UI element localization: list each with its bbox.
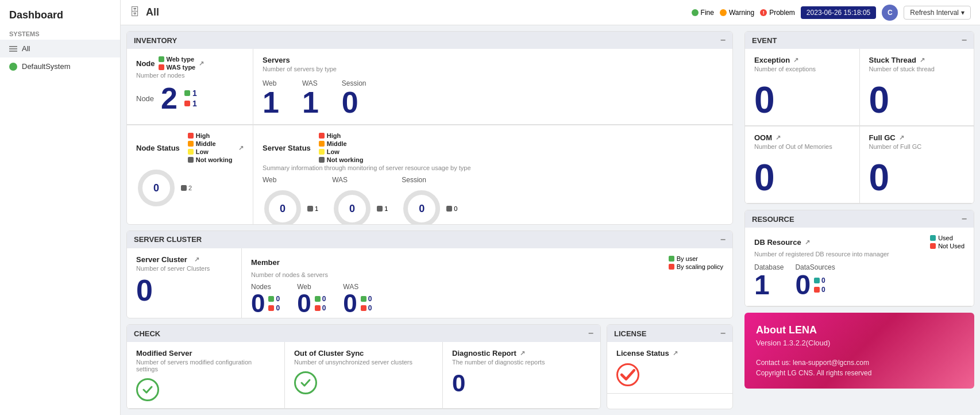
datasources-value: 0 xyxy=(795,271,811,299)
server-status-subtitle: Summary information through monitoring o… xyxy=(263,164,723,171)
legend-was: WAS type xyxy=(159,64,196,71)
modified-server-title: Modified Server xyxy=(136,349,275,358)
check-collapse[interactable]: − xyxy=(588,328,593,339)
event-label: Event xyxy=(752,36,777,45)
node-status-card: Node Status High Middle Low Not working … xyxy=(127,125,253,225)
full-gc-title: Full GC ↗ xyxy=(869,133,965,142)
refresh-label: Refresh Interval xyxy=(910,9,959,17)
cluster-sync-subtitle: Number of unsynchronized server clusters xyxy=(294,359,433,366)
about-contact: Contact us: lena-support@lgcns.com xyxy=(756,359,963,367)
server-cluster-section: SERVER CLUSTER − Server Cluster ↗ Number… xyxy=(126,230,733,318)
node-donut: 0 xyxy=(136,168,176,208)
about-version: Version 1.3.2.2(Cloud) xyxy=(756,339,963,347)
nodes-value: 0 xyxy=(251,291,265,316)
event-row2: OOM ↗ Number of Out of Memories 0 Full G… xyxy=(745,126,974,203)
member-web-value: 0 xyxy=(297,291,311,316)
ss-session: Session 0 0 xyxy=(402,176,457,225)
node-status-link[interactable]: ↗ xyxy=(238,144,244,152)
inventory-collapse[interactable]: − xyxy=(720,35,726,45)
inventory-label: Inventory xyxy=(134,36,177,45)
web-stat: Web 1 xyxy=(263,79,279,117)
cluster-sync-check xyxy=(294,371,317,394)
exception-link[interactable]: ↗ xyxy=(793,56,798,64)
node-external-link[interactable]: ↗ xyxy=(199,60,204,67)
database-stat: Database 1 xyxy=(754,263,784,299)
check-label: CHECK xyxy=(134,329,160,338)
license-status-card: License Status ↗ xyxy=(607,342,732,394)
warning-label: Warning xyxy=(729,9,754,17)
oom-link[interactable]: ↗ xyxy=(775,134,781,141)
sidebar-item-all[interactable]: All xyxy=(0,40,120,57)
diagnostic-link[interactable]: ↗ xyxy=(520,349,525,357)
fine-status: Fine xyxy=(692,9,714,17)
session-stat: Session 0 xyxy=(342,79,366,117)
db-resource-link[interactable]: ↗ xyxy=(805,239,810,246)
cluster-subtitle: Number of server Clusters xyxy=(136,265,232,272)
node-mini-vals: 1 1 xyxy=(184,89,197,108)
sidebar-title: Dashboard xyxy=(0,0,120,26)
member-web-stat: Web 0 0 0 xyxy=(297,283,326,316)
resource-body: DB Resource ↗ Used Not Used Number of re… xyxy=(745,228,974,306)
sidebar: Dashboard Systems All DefaultSystem xyxy=(0,0,121,415)
oom-subtitle: Number of Out of Memories xyxy=(754,143,850,150)
ss-session-label: Session xyxy=(402,176,426,184)
diagnostic-report-card: Diagnostic Report ↗ The number of diagno… xyxy=(443,342,600,409)
system-status-dot xyxy=(9,63,17,71)
stuck-thread-link[interactable]: ↗ xyxy=(920,56,925,64)
diagnostic-value: 0 xyxy=(452,370,591,397)
problem-indicator: ! xyxy=(760,9,767,16)
member-stats-row: Nodes 0 0 0 xyxy=(251,283,723,316)
db-resource-card: DB Resource ↗ Used Not Used Number of re… xyxy=(745,228,974,306)
license-collapse[interactable]: − xyxy=(720,328,726,339)
server-status-donuts: Web 0 1 xyxy=(263,176,723,225)
content-area: Inventory − Node Web type xyxy=(121,25,980,415)
servers-card: Servers Number of servers by type Web 1 … xyxy=(253,49,732,125)
ss-was-value: 0 xyxy=(349,203,355,215)
servers-subtitle: Number of servers by type xyxy=(263,66,723,72)
cluster-sync-card: Out of Cluster Sync Number of unsynchron… xyxy=(285,342,443,409)
db-resource-title: DB Resource ↗ xyxy=(754,238,810,247)
exception-card: Exception ↗ Number of exceptions 0 xyxy=(745,49,860,126)
web-legend-label: Web type xyxy=(167,56,195,63)
left-panel: Inventory − Node Web type xyxy=(121,25,739,415)
modified-server-check xyxy=(136,378,159,401)
server-status-title: Server Status High Middle Low Not workin… xyxy=(263,132,723,163)
legend-web: Web type xyxy=(159,56,196,63)
avatar[interactable]: C xyxy=(882,5,898,21)
refresh-chevron: ▾ xyxy=(961,9,964,17)
web-value: 1 xyxy=(263,87,279,117)
node-value: 2 xyxy=(161,83,178,113)
warning-status: Warning xyxy=(720,9,754,17)
refresh-interval-button[interactable]: Refresh Interval ▾ xyxy=(904,6,971,20)
ss-was-label: WAS xyxy=(332,176,348,184)
ss-was-donut: 0 xyxy=(332,189,372,225)
server-cluster-label: SERVER CLUSTER xyxy=(134,235,202,244)
member-subtitle: Number of nodes & servers xyxy=(251,271,723,278)
full-gc-link[interactable]: ↗ xyxy=(899,134,904,141)
nodes-mini: 0 0 xyxy=(268,295,280,312)
sidebar-item-defaultsystem[interactable]: DefaultSystem xyxy=(0,57,120,75)
member-nodes-stat: Nodes 0 0 0 xyxy=(251,283,280,316)
web-dot xyxy=(159,56,164,62)
resource-section: RESOURCE − DB Resource ↗ Used Not Used xyxy=(744,210,974,307)
cluster-collapse[interactable]: − xyxy=(720,235,726,245)
node-web-count: 1 xyxy=(192,89,197,98)
server-cluster-header: SERVER CLUSTER − xyxy=(127,231,732,248)
datetime-display: 2023-06-26 15:18:05 xyxy=(801,6,876,19)
ss-session-value: 0 xyxy=(419,203,425,215)
session-value: 0 xyxy=(342,87,358,117)
resource-collapse[interactable]: − xyxy=(962,214,967,224)
license-link[interactable]: ↗ xyxy=(673,349,678,357)
server-status-legend: High Middle Low Not working xyxy=(319,132,364,163)
main-area: 🗄 All Fine Warning ! Problem 2023-06-26 … xyxy=(121,0,980,415)
node-subtitle: Number of nodes xyxy=(136,72,244,79)
license-section: LICENSE − License Status ↗ xyxy=(607,324,733,409)
fine-label: Fine xyxy=(701,9,714,17)
servers-title: Servers xyxy=(263,56,723,64)
cluster-link[interactable]: ↗ xyxy=(194,256,199,263)
check-body: Modified Server Number of servers modifi… xyxy=(127,342,600,409)
db-resource-stats: Database 1 DataSources 0 0 0 xyxy=(754,263,964,299)
diagnostic-subtitle: The number of diagnostic reports xyxy=(452,359,591,366)
about-title: About LENA xyxy=(756,324,963,336)
event-collapse[interactable]: − xyxy=(962,35,967,45)
